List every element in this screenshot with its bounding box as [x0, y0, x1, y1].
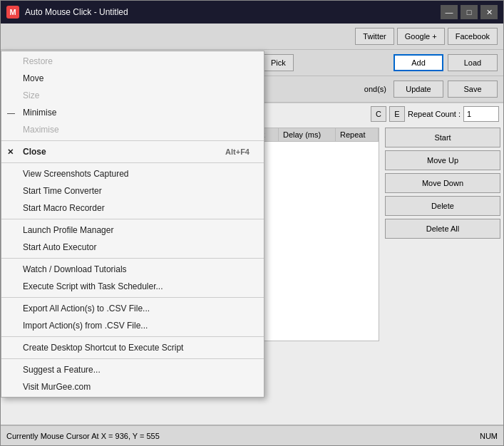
menu-item-label-3: Minimise	[23, 108, 56, 118]
close-button[interactable]: ✕	[480, 5, 498, 19]
menu-item-label-4: Maximise	[23, 125, 59, 135]
menu-item-3[interactable]: —Minimise	[1, 104, 264, 121]
menu-item-label-8: Start Macro Recorder	[23, 203, 105, 213]
context-menu: RestoreMoveSize—MinimiseMaximise✕CloseAl…	[1, 51, 264, 398]
window-title: Auto Mouse Click - Untitled	[25, 7, 441, 17]
menu-item-label-7: Start Time Converter	[23, 186, 102, 196]
google-button[interactable]: Google +	[397, 28, 445, 45]
move-up-button[interactable]: Move Up	[385, 150, 500, 170]
menu-item-label-11: Watch / Download Tutorials	[23, 264, 127, 274]
minimize-button[interactable]: —	[441, 5, 458, 19]
menu-item-2: Size	[1, 87, 264, 104]
menu-item-14[interactable]: Import Action(s) from .CSV File...	[1, 317, 264, 334]
twitter-button[interactable]: Twitter	[355, 28, 394, 45]
facebook-button[interactable]: Facebook	[448, 28, 498, 45]
menu-item-label-6: View Screenshots Captured	[23, 169, 129, 179]
menu-item-1[interactable]: Move	[1, 70, 264, 87]
menu-item-label-15: Create Desktop Shortcut to Execute Scrip…	[23, 343, 183, 353]
window-controls: — □ ✕	[441, 5, 498, 19]
menu-item-16[interactable]: Suggest a Feature...	[1, 361, 264, 378]
menu-item-13[interactable]: Export All Action(s) to .CSV File...	[1, 300, 264, 317]
menu-item-10[interactable]: Start Auto Executor	[1, 239, 264, 256]
repeat-count-label: Repeat Count :	[408, 110, 461, 118]
menu-item-5[interactable]: ✕CloseAlt+F4	[1, 143, 264, 160]
move-down-button[interactable]: Move Down	[385, 173, 500, 193]
status-bar: Currently Mouse Cursor At X = 936, Y = 5…	[1, 425, 503, 445]
menu-separator-12	[1, 297, 264, 298]
menu-item-17[interactable]: Visit MurGee.com	[1, 378, 264, 395]
menu-separator-8	[1, 219, 264, 219]
start-button[interactable]: Start	[385, 128, 500, 147]
menu-item-shortcut-5: Alt+F4	[225, 147, 250, 156]
menu-item-label-10: Start Auto Executor	[23, 242, 96, 252]
save-button[interactable]: Save	[448, 81, 498, 98]
app-icon: M	[6, 6, 19, 19]
menu-separator-15	[1, 358, 264, 359]
toolbar: Twitter Google + Facebook	[1, 24, 503, 50]
menu-item-label-12: Execute Script with Task Scheduler...	[23, 281, 163, 291]
menu-item-label-16: Suggest a Feature...	[23, 365, 101, 375]
load-button[interactable]: Load	[448, 54, 498, 71]
update-button[interactable]: Update	[394, 81, 443, 98]
maximize-button[interactable]: □	[461, 5, 478, 19]
menu-item-9[interactable]: Launch Profile Manager	[1, 222, 264, 239]
menu-item-4: Maximise	[1, 121, 264, 138]
menu-item-label-9: Launch Profile Manager	[23, 225, 113, 235]
menu-separator-14	[1, 336, 264, 337]
menu-item-label-5: Close	[23, 147, 46, 157]
menu-separator-5	[1, 162, 264, 163]
menu-item-prefix-3: —	[7, 108, 15, 117]
e-button[interactable]: E	[389, 106, 405, 122]
menu-separator-10	[1, 258, 264, 259]
menu-item-label-14: Import Action(s) from .CSV File...	[23, 321, 148, 331]
header-cell-repeat: Repeat	[336, 128, 379, 141]
menu-item-8[interactable]: Start Macro Recorder	[1, 199, 264, 217]
menu-item-label-2: Size	[23, 90, 39, 100]
cursor-status: Currently Mouse Cursor At X = 936, Y = 5…	[6, 432, 160, 440]
menu-item-label-1: Move	[23, 73, 43, 83]
title-bar: M Auto Mouse Click - Untitled — □ ✕	[1, 1, 503, 24]
repeat-count-input[interactable]	[463, 106, 499, 122]
num-indicator: NUM	[480, 432, 498, 440]
menu-item-label-17: Visit MurGee.com	[23, 382, 91, 392]
menu-item-0: Restore	[1, 53, 264, 70]
menu-item-prefix-5: ✕	[7, 147, 14, 157]
menu-item-11[interactable]: Watch / Download Tutorials	[1, 261, 264, 278]
c-button[interactable]: C	[371, 106, 386, 122]
menu-item-12[interactable]: Execute Script with Task Scheduler...	[1, 278, 264, 295]
header-cell-delay: Delay (ms)	[279, 128, 336, 141]
right-panel: Start Move Up Move Down Delete Delete Al…	[382, 125, 503, 445]
main-window: M Auto Mouse Click - Untitled — □ ✕ Twit…	[0, 0, 504, 446]
main-content: Twitter Google + Facebook Pick Add Load …	[1, 24, 503, 445]
menu-item-6[interactable]: View Screenshots Captured	[1, 165, 264, 182]
pick-button[interactable]: Pick	[263, 54, 294, 71]
menu-item-7[interactable]: Start Time Converter	[1, 182, 264, 199]
menu-item-15[interactable]: Create Desktop Shortcut to Execute Scrip…	[1, 339, 264, 356]
delete-all-button[interactable]: Delete All	[385, 219, 500, 239]
menu-item-label-13: Export All Action(s) to .CSV File...	[23, 304, 150, 313]
menu-separator-4	[1, 140, 264, 141]
delete-button[interactable]: Delete	[385, 196, 500, 216]
add-button[interactable]: Add	[394, 54, 443, 71]
menu-item-label-0: Restore	[23, 56, 53, 66]
